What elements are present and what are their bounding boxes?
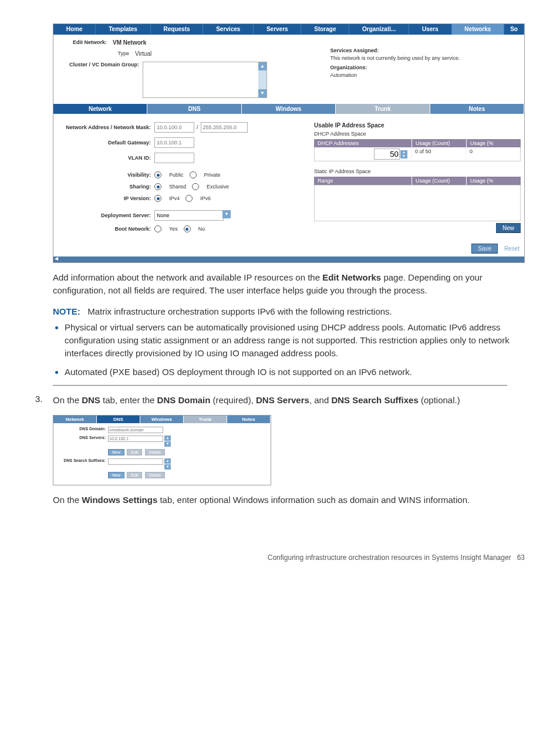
spinner-up-icon[interactable]: ▲ xyxy=(400,150,407,154)
radio-public-label: Public xyxy=(169,172,184,178)
main-navigation: Home Templates Requests Services Servers… xyxy=(53,24,524,35)
scroll-down-icon[interactable]: ▼ xyxy=(258,89,266,97)
radio-boot-no-label: No xyxy=(198,226,205,232)
scroll-track[interactable] xyxy=(258,70,266,89)
nav-so[interactable]: So xyxy=(504,24,524,35)
radio-shared-label: Shared xyxy=(169,184,186,190)
vlan-label: VLAN ID: xyxy=(57,155,154,161)
nav-organizati[interactable]: Organizati... xyxy=(349,24,409,35)
static-grid-body xyxy=(314,185,521,221)
deployment-select[interactable] xyxy=(154,210,224,221)
cluster-label: Cluster / VC Domain Group: xyxy=(63,62,143,67)
usage-pct-col: Usage (% xyxy=(466,139,521,147)
chevron-down-icon[interactable]: ▼ xyxy=(222,210,231,218)
gateway-input[interactable] xyxy=(154,137,194,148)
sub-tab-bar: Network DNS Windows Trunk Notes xyxy=(53,104,524,114)
windows-settings-paragraph: On the Windows Settings tab, enter optio… xyxy=(53,494,525,507)
network-mask-input[interactable] xyxy=(201,122,248,133)
servers-new-button[interactable]: New xyxy=(108,449,124,455)
mini-tab-notes[interactable]: Notes xyxy=(227,416,271,423)
vlan-input[interactable] xyxy=(154,153,194,163)
mini-tab-dns[interactable]: DNS xyxy=(97,416,140,423)
gateway-label: Default Gateway: xyxy=(57,140,154,146)
page-footer: Configuring infrastructure orchestration… xyxy=(35,553,525,562)
radio-ipv6-label: IPv6 xyxy=(200,195,211,201)
tab-dns[interactable]: DNS xyxy=(147,104,241,114)
nav-networks[interactable]: Networks xyxy=(452,24,505,35)
network-address-input[interactable] xyxy=(154,122,194,133)
radio-boot-no[interactable] xyxy=(184,225,191,232)
dns-servers-input[interactable] xyxy=(108,436,163,442)
usage-count-col2: Usage (Count) xyxy=(411,177,466,185)
new-button[interactable]: New xyxy=(496,223,521,233)
suffix-move-up-icon[interactable]: ▲ xyxy=(164,458,171,464)
usage-pct-col2: Usage (% xyxy=(466,177,521,185)
range-col: Range xyxy=(314,177,411,185)
slash-separator: / xyxy=(194,124,201,130)
separator xyxy=(53,385,507,386)
cluster-listbox[interactable]: ▲ ▼ xyxy=(143,62,267,98)
mini-tab-trunk[interactable]: Trunk xyxy=(184,416,227,423)
suffix-delete-button[interactable]: Delete xyxy=(145,472,165,478)
suffix-move-down-icon[interactable]: ▼ xyxy=(164,464,171,470)
radio-shared[interactable] xyxy=(154,183,161,190)
nav-requests[interactable]: Requests xyxy=(151,24,204,35)
tab-network[interactable]: Network xyxy=(53,104,147,114)
scroll-up-icon[interactable]: ▲ xyxy=(258,62,266,70)
bullet-1: Physical or virtual servers can be autom… xyxy=(65,321,525,359)
save-button[interactable]: Save xyxy=(471,244,498,254)
tab-windows[interactable]: Windows xyxy=(242,104,336,114)
services-assigned-label: Services Assigned: xyxy=(330,48,519,53)
paragraph-add-info: Add information about the network and av… xyxy=(53,271,525,297)
tab-notes[interactable]: Notes xyxy=(430,104,524,114)
radio-public[interactable] xyxy=(154,171,161,178)
mini-tab-windows[interactable]: Windows xyxy=(140,416,184,423)
services-assigned-text: This network is not currently being used… xyxy=(330,55,519,61)
mini-tab-network[interactable]: Network xyxy=(53,416,97,423)
move-down-icon[interactable]: ▼ xyxy=(164,441,171,447)
radio-boot-yes[interactable] xyxy=(154,225,161,232)
dns-suffix-input[interactable] xyxy=(108,458,163,465)
dhcp-qty-input[interactable] xyxy=(374,148,400,160)
servers-edit-button[interactable]: Edit xyxy=(127,449,142,455)
servers-delete-button[interactable]: Delete xyxy=(145,449,165,455)
nav-templates[interactable]: Templates xyxy=(96,24,150,35)
horizontal-scrollbar[interactable] xyxy=(53,256,524,262)
nav-storage[interactable]: Storage xyxy=(301,24,349,35)
nav-servers[interactable]: Servers xyxy=(254,24,301,35)
usable-ip-header: Usable IP Address Space xyxy=(314,122,521,129)
deployment-label: Deployment Server: xyxy=(57,212,154,218)
radio-private[interactable] xyxy=(190,171,197,178)
radio-boot-yes-label: Yes xyxy=(169,226,178,232)
tab-trunk[interactable]: Trunk xyxy=(336,104,430,114)
dhcp-qty-spinner[interactable]: ▲▼ xyxy=(374,148,407,160)
radio-ipv6[interactable] xyxy=(185,195,193,202)
edit-network-screenshot: Home Templates Requests Services Servers… xyxy=(53,23,525,263)
suffix-new-button[interactable]: New xyxy=(108,472,124,478)
dns-tab-screenshot: Network DNS Windows Trunk Notes DNS Doma… xyxy=(53,415,271,485)
nav-home[interactable]: Home xyxy=(53,24,96,35)
edit-network-label: Edit Network: xyxy=(63,39,110,46)
dhcp-grid-row: ▲▼ 0 of 50 0 xyxy=(314,147,521,161)
boot-label: Boot Network: xyxy=(57,226,154,232)
sharing-label: Sharing: xyxy=(57,184,154,190)
dns-suffix-label: DNS Search Suffixes: xyxy=(56,458,108,463)
nav-services[interactable]: Services xyxy=(203,24,254,35)
note-text: Matrix infrastructure orchestration supp… xyxy=(87,306,392,316)
dhcp-grid-header: DHCP Addresses Usage (Count) Usage (% xyxy=(314,139,521,147)
radio-exclusive-label: Exclusive xyxy=(207,184,229,190)
nav-users[interactable]: Users xyxy=(409,24,451,35)
dhcp-space-label: DHCP Address Space xyxy=(314,131,521,137)
netmask-label: Network Address / Network Mask: xyxy=(57,124,154,130)
note-prefix: NOTE: xyxy=(53,306,80,316)
edit-network-value: VM Network xyxy=(110,39,146,46)
move-up-icon[interactable]: ▲ xyxy=(164,436,171,441)
dns-domain-input[interactable] xyxy=(108,427,163,433)
radio-ipv4[interactable] xyxy=(154,195,161,202)
bullet-2: Automated (PXE based) OS deployment thro… xyxy=(65,366,525,379)
radio-exclusive[interactable] xyxy=(192,183,199,190)
organizations-label: Organizations: xyxy=(330,65,519,70)
suffix-edit-button[interactable]: Edit xyxy=(127,472,142,478)
spinner-down-icon[interactable]: ▼ xyxy=(400,154,407,158)
reset-button[interactable]: Reset xyxy=(500,245,519,252)
